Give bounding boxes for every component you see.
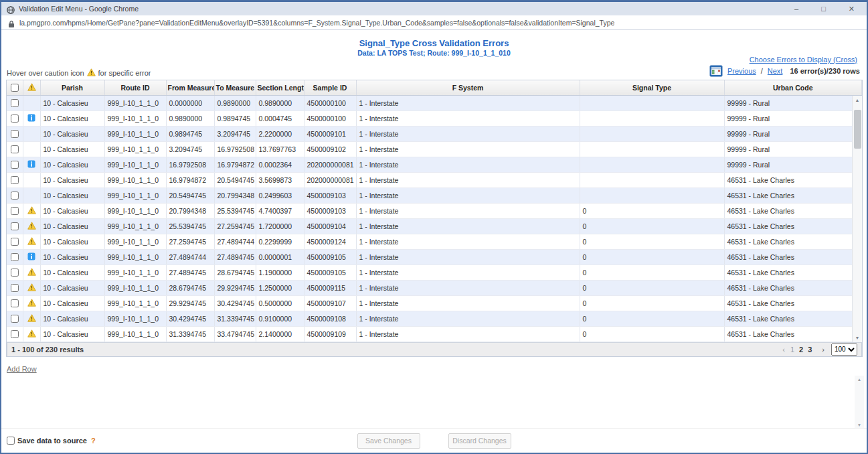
section-length-cell: 0.0000001: [256, 249, 304, 264]
add-row-link[interactable]: Add Row: [7, 365, 37, 373]
from-measure-cell: 27.4894744: [166, 249, 214, 264]
pager-next-arrow[interactable]: ›: [822, 346, 824, 354]
info-icon[interactable]: [27, 161, 35, 169]
discard-changes-button[interactable]: Discard Changes: [448, 433, 511, 449]
f-system-cell: 1 - Interstate: [356, 311, 580, 326]
row-checkbox[interactable]: [11, 330, 19, 338]
warning-icon[interactable]: [27, 284, 36, 292]
table-toolbar: Previous / Next 16 error(s)/230 rows: [709, 65, 860, 77]
scroll-up-arrow[interactable]: ▲: [853, 96, 863, 104]
parish-cell: 10 - Calcasieu: [40, 157, 104, 172]
f-system-cell: 1 - Interstate: [356, 110, 580, 126]
row-checkbox[interactable]: [11, 130, 19, 138]
row-checkbox[interactable]: [11, 192, 19, 200]
parish-cell: 10 - Calcasieu: [40, 326, 104, 342]
row-checkbox[interactable]: [11, 238, 19, 246]
sample-id-cell: 4500009105: [304, 264, 356, 280]
previous-link[interactable]: Previous: [727, 67, 756, 75]
warning-icon[interactable]: [27, 330, 36, 338]
route-id-cell: 999_I-10_1_1_0: [104, 203, 166, 218]
row-checkbox[interactable]: [11, 176, 19, 184]
scroll-down-arrow[interactable]: ▼: [853, 333, 863, 342]
pager-prev-arrow[interactable]: ‹: [782, 346, 785, 354]
caution-column-header: [23, 80, 40, 95]
signal-type-cell: 0: [580, 295, 724, 311]
info-icon[interactable]: [27, 115, 35, 123]
row-status-cell: [23, 280, 40, 295]
f-system-cell: 1 - Interstate: [356, 280, 580, 295]
warning-icon[interactable]: [27, 269, 36, 277]
select-all-checkbox[interactable]: [11, 84, 19, 92]
urban-code-cell: 46531 - Lake Charles: [724, 172, 862, 187]
from-measure-cell: 30.4294745: [166, 311, 214, 326]
pane-scroll-up-arrow[interactable]: ▲: [855, 376, 864, 384]
info-icon[interactable]: [27, 253, 35, 261]
row-checkbox[interactable]: [11, 99, 19, 107]
minimize-button[interactable]: –: [794, 3, 798, 15]
row-checkbox[interactable]: [11, 253, 19, 261]
page-size-select[interactable]: 100: [831, 344, 857, 356]
f-system-cell: 1 - Interstate: [356, 234, 580, 249]
table-header-row: ParishRoute IDFrom MeasureTo MeasureSect…: [7, 80, 862, 95]
row-checkbox[interactable]: [11, 115, 19, 123]
page-title: Signal_Type Cross Validation Errors: [1, 38, 867, 48]
section-length-cell: 0.5000000: [256, 295, 304, 311]
warning-icon[interactable]: [27, 222, 36, 230]
pager-page-3[interactable]: 3: [808, 346, 812, 354]
row-select-cell: [7, 234, 23, 249]
row-checkbox[interactable]: [11, 269, 19, 277]
row-select-cell: [7, 311, 23, 326]
row-checkbox[interactable]: [11, 207, 19, 215]
row-checkbox[interactable]: [11, 315, 19, 323]
pager-pages: 123: [790, 346, 816, 354]
urban-code-cell: 46531 - Lake Charles: [724, 249, 862, 264]
to-measure-cell: 27.2594745: [214, 218, 256, 234]
save-to-source-checkbox[interactable]: [7, 437, 15, 445]
row-checkbox[interactable]: [11, 145, 19, 153]
route-id-cell: 999_I-10_1_1_0: [104, 264, 166, 280]
row-select-cell: [7, 187, 23, 203]
table-scrollbar: ▲ ▼: [852, 96, 862, 342]
scrollbar-track[interactable]: [853, 104, 862, 333]
row-checkbox[interactable]: [11, 161, 19, 169]
scrollbar-thumb[interactable]: [854, 110, 861, 149]
col-header-section-length: Section Length: [256, 80, 304, 95]
pager-page-1[interactable]: 1: [790, 346, 794, 354]
f-system-cell: 1 - Interstate: [356, 203, 580, 218]
warning-icon[interactable]: [27, 238, 36, 246]
signal-type-cell: 0: [580, 218, 724, 234]
signal-type-cell: 0: [580, 234, 724, 249]
parish-cell: 10 - Calcasieu: [40, 95, 104, 110]
row-checkbox[interactable]: [11, 284, 19, 292]
to-measure-cell: 28.6794745: [214, 264, 256, 280]
row-select-cell: [7, 295, 23, 311]
to-measure-cell: 31.3394745: [214, 311, 256, 326]
section-length-cell: 2.1400000: [256, 326, 304, 342]
to-measure-cell: 29.9294745: [214, 280, 256, 295]
pager-page-2[interactable]: 2: [799, 346, 803, 354]
table-grid-icon[interactable]: [709, 65, 723, 77]
save-changes-button[interactable]: Save Changes: [357, 433, 420, 449]
urban-code-cell: 99999 - Rural: [724, 95, 862, 110]
f-system-cell: 1 - Interstate: [356, 249, 580, 264]
next-link[interactable]: Next: [768, 67, 783, 75]
row-checkbox[interactable]: [11, 299, 19, 307]
choose-errors-link[interactable]: Choose Errors to Display (Cross): [750, 56, 857, 64]
route-id-cell: 999_I-10_1_1_0: [104, 311, 166, 326]
window-titlebar: Validation Edit Menu - Google Chrome – □…: [1, 2, 867, 15]
urban-code-cell: 46531 - Lake Charles: [724, 203, 862, 218]
warning-icon[interactable]: [27, 299, 36, 307]
maximize-button[interactable]: □: [821, 3, 826, 15]
signal-type-cell: 0: [580, 311, 724, 326]
close-button[interactable]: ✕: [849, 3, 855, 15]
help-question-mark[interactable]: ?: [91, 437, 96, 445]
table-row: 10 - Calcasieu999_I-10_1_1_016.979250816…: [7, 157, 862, 172]
results-count: 1 - 100 of 230 results: [11, 346, 782, 354]
warning-icon[interactable]: [27, 207, 36, 215]
signal-type-cell: [580, 141, 724, 157]
warning-icon[interactable]: [27, 315, 36, 323]
address-bar[interactable]: la.pmgpro.com/hpms/Home/GetPane?pane=Val…: [1, 15, 867, 30]
to-measure-cell: 20.7994348: [214, 187, 256, 203]
row-checkbox[interactable]: [11, 222, 19, 230]
f-system-cell: 1 - Interstate: [356, 264, 580, 280]
